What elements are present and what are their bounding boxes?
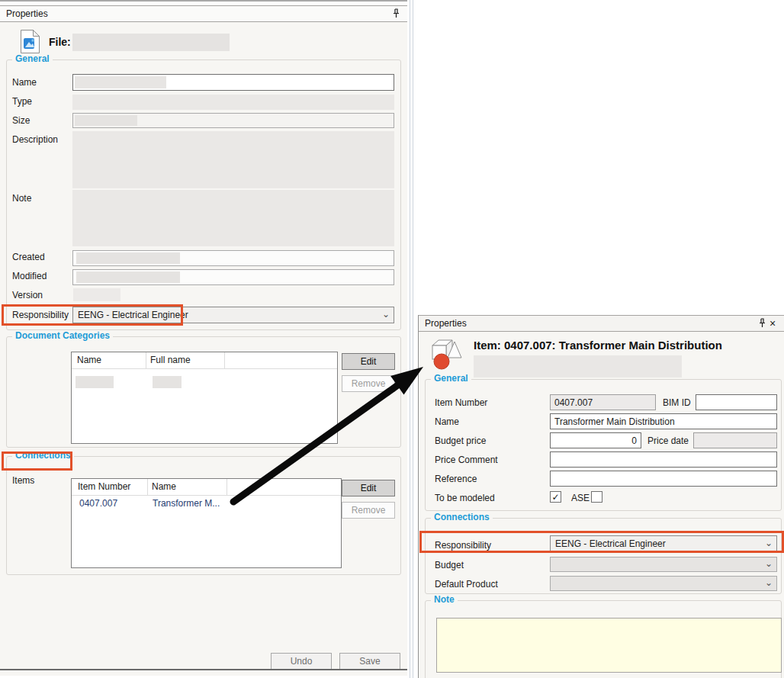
left-panel-title: Properties — [6, 8, 390, 19]
left-properties-panel: Properties File: General Name Type Size … — [0, 0, 407, 676]
dc-remove-button[interactable]: Remove — [342, 375, 395, 392]
type-label: Type — [12, 96, 32, 107]
description-label: Description — [12, 134, 58, 145]
budget-price-input[interactable]: 0 — [550, 432, 641, 448]
left-panel-titlebar: Properties — [0, 5, 407, 22]
item-responsibility-label: Responsibility — [435, 540, 491, 551]
chevron-down-icon: ⌄ — [382, 310, 390, 319]
items-table[interactable]: Item Number Name 0407.007 Transformer M.… — [71, 478, 342, 568]
dc-col-name: Name — [77, 355, 101, 365]
version-label: Version — [12, 290, 43, 300]
item-number-label: Item Number — [435, 397, 487, 408]
reference-label: Reference — [435, 474, 477, 484]
splitter-line[interactable] — [413, 0, 413, 678]
responsibility-dropdown[interactable]: EENG - Electrical Engineer ⌄ — [72, 307, 394, 323]
responsibility-value: EENG - Electrical Engineer — [78, 310, 188, 320]
dc-row-fullname-redacted — [153, 376, 182, 388]
general-group-title: General — [12, 53, 53, 64]
right-panel-title: Properties — [425, 318, 757, 329]
item-number-value: 0407.007 — [554, 397, 593, 408]
item-responsibility-value: EENG - Electrical Engineer — [555, 538, 666, 549]
items-col-name: Name — [152, 481, 176, 492]
dc-row-name-redacted — [76, 376, 114, 388]
items-label: Items — [12, 475, 34, 486]
size-value-redacted — [75, 115, 137, 126]
close-icon[interactable]: × — [767, 317, 778, 329]
item-connections-title: Connections — [431, 512, 493, 522]
items-remove-button[interactable]: Remove — [342, 502, 395, 519]
note-label: Note — [12, 193, 31, 204]
item-number-cell: 0407.007 — [79, 498, 117, 509]
pin-icon[interactable] — [757, 317, 767, 329]
price-date-label: Price date — [647, 435, 689, 446]
price-comment-input[interactable] — [550, 451, 777, 468]
right-properties-panel: Properties × Item: 0407.007: Transformer… — [418, 315, 784, 678]
splitter-line[interactable] — [410, 0, 410, 678]
document-categories-table[interactable]: Name Full name — [71, 352, 338, 444]
item-name-value: Transformer Main Distribution — [554, 416, 675, 427]
bim-id-input[interactable] — [696, 394, 777, 410]
document-categories-title: Document Categories — [12, 330, 113, 341]
file-value-redacted — [72, 34, 230, 51]
default-product-label: Default Product — [435, 579, 498, 590]
created-value-redacted — [76, 252, 180, 264]
budget-label: Budget — [435, 560, 464, 570]
description-field — [72, 131, 394, 188]
to-be-modeled-label: To be modeled — [435, 493, 495, 503]
modified-value-redacted — [76, 272, 180, 283]
note-textarea[interactable] — [436, 618, 782, 673]
file-icon — [20, 29, 40, 56]
version-value-redacted — [73, 288, 120, 301]
item-general-title: General — [431, 373, 471, 384]
item-responsibility-dropdown[interactable]: EENG - Electrical Engineer ⌄ — [550, 535, 777, 551]
created-label: Created — [12, 252, 45, 262]
bottom-edge-line — [0, 669, 407, 670]
table-row[interactable]: 0407.007 Transformer M... — [72, 496, 341, 511]
size-label: Size — [12, 115, 30, 126]
ase-label: ASE — [571, 493, 590, 503]
right-panel-titlebar: Properties × — [419, 315, 784, 332]
item-header-redacted — [474, 355, 682, 378]
budget-price-label: Budget price — [435, 435, 486, 446]
price-date-field — [693, 432, 777, 448]
chevron-down-icon: ⌄ — [765, 578, 773, 587]
undo-button[interactable]: Undo — [271, 653, 332, 670]
dc-edit-button[interactable]: Edit — [342, 353, 395, 370]
budget-dropdown[interactable]: ⌄ — [550, 557, 777, 572]
budget-price-value: 0 — [631, 435, 637, 446]
item-note-title: Note — [431, 594, 458, 605]
bim-id-label: BIM ID — [663, 397, 691, 408]
item-header-title: Item: 0407.007: Transformer Main Distrib… — [474, 339, 722, 352]
connections-group-title: Connections — [12, 450, 74, 461]
item-name-label: Name — [435, 416, 459, 427]
item-number-field: 0407.007 — [550, 394, 656, 410]
to-be-modeled-checkbox[interactable]: ✓ — [550, 491, 561, 503]
item-name-cell: Transformer M... — [153, 498, 220, 509]
name-value-redacted — [75, 76, 166, 88]
name-label: Name — [12, 77, 37, 88]
version-field — [72, 288, 394, 302]
modified-label: Modified — [12, 271, 47, 281]
chevron-down-icon: ⌄ — [765, 559, 773, 568]
save-button[interactable]: Save — [339, 653, 400, 670]
item-icon — [429, 336, 463, 377]
check-icon: ✓ — [551, 493, 559, 502]
item-name-input[interactable]: Transformer Main Distribution — [550, 413, 777, 429]
pin-icon[interactable] — [390, 8, 401, 20]
ase-checkbox[interactable] — [591, 491, 602, 503]
responsibility-label: Responsibility — [12, 310, 69, 320]
default-product-dropdown[interactable]: ⌄ — [550, 576, 777, 591]
dc-col-fullname: Full name — [150, 355, 191, 365]
items-edit-button[interactable]: Edit — [342, 480, 395, 496]
note-field — [72, 190, 394, 246]
file-label: File: — [49, 36, 71, 48]
price-comment-label: Price Comment — [435, 455, 498, 465]
items-col-number: Item Number — [78, 481, 130, 492]
reference-input[interactable] — [550, 471, 777, 487]
chevron-down-icon: ⌄ — [765, 538, 773, 547]
type-field — [72, 95, 394, 110]
